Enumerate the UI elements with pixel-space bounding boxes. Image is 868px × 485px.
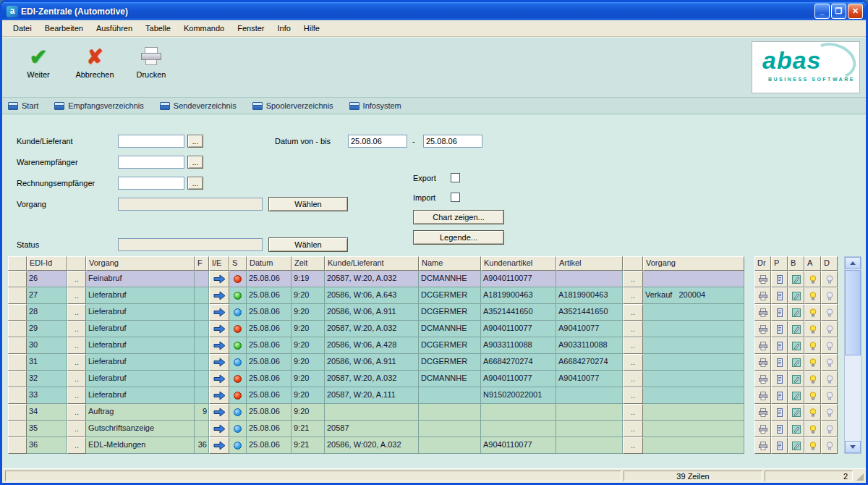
col-header-name[interactable]: Name [419,256,481,271]
scroll-down-button[interactable] [845,441,861,453]
row-protocol-button[interactable] [771,437,788,454]
row-lamp-off-button[interactable] [821,354,838,371]
row-handle[interactable] [8,371,27,387]
col-header-d[interactable]: D [821,256,838,271]
row-lamp-off-button[interactable] [821,437,838,454]
row-lamp-on-button[interactable] [804,321,821,337]
table-row[interactable]: 36 .. EDL-Meldungen 36 25.08.06 9:21 205… [8,437,838,454]
row-print-button[interactable] [754,387,771,404]
tab-spoolerverzeichnis[interactable]: Spoolerverzeichnis [252,101,333,110]
row-print-button[interactable] [754,354,771,371]
row-lamp-on-button[interactable] [804,337,821,354]
row-browse-button[interactable]: .. [67,354,86,371]
row-lamp-off-button[interactable] [821,287,838,304]
tab-start[interactable]: Start [8,101,38,110]
col-header-vorgang2[interactable]: Vorgang [643,256,744,271]
row-lamp-on-button[interactable] [804,371,821,387]
row-lamp-off-button[interactable] [821,337,838,354]
table-row[interactable]: 27 .. Lieferabruf 25.08.06 9:20 20586, W… [8,287,838,304]
row-lamp-off-button[interactable] [821,304,838,321]
vorgang-input[interactable] [118,198,263,211]
tab-sendeverzeichnis[interactable]: Sendeverzeichnis [160,101,237,110]
row-browse-button[interactable]: .. [67,437,86,454]
resize-grip[interactable] [855,471,864,481]
row-browse-button[interactable]: .. [67,304,86,321]
row-handle[interactable] [8,321,27,337]
row-browse-button[interactable]: .. [623,287,643,304]
col-header-kundenartikel[interactable]: Kundenartikel [481,256,556,271]
row-handle[interactable] [8,421,27,437]
row-protocol-button[interactable] [771,404,788,421]
vorgang-waehlen-button[interactable]: Wählen [268,197,348,211]
table-row[interactable]: 32 .. Lieferabruf 25.08.06 9:20 20587, W… [8,371,838,387]
row-browse-button[interactable]: .. [623,387,643,404]
col-header-p[interactable]: P [771,256,788,271]
row-browse-button[interactable]: .. [623,404,643,421]
row-handle[interactable] [8,404,27,421]
row-edit-button[interactable] [788,337,804,354]
row-browse-button[interactable]: .. [623,321,643,337]
col-header-zeit[interactable]: Zeit [292,256,325,271]
col-header-dr[interactable]: Dr [754,256,771,271]
table-row[interactable]: 34 .. Auftrag 9 25.08.06 9:20 .. [8,404,838,421]
col-header-a[interactable]: A [804,256,821,271]
row-browse-button[interactable]: .. [67,271,86,287]
col-header-s[interactable]: S [229,256,247,271]
datum-bis-input[interactable] [423,135,482,148]
row-edit-button[interactable] [788,387,804,404]
row-lamp-off-button[interactable] [821,371,838,387]
col-header-edi-id[interactable]: EDI-Id [27,256,67,271]
row-lamp-off-button[interactable] [821,421,838,437]
row-lamp-off-button[interactable] [821,271,838,287]
minimize-button[interactable]: _ [814,4,830,19]
drucken-button[interactable]: Drucken [125,43,177,88]
row-edit-button[interactable] [788,354,804,371]
row-print-button[interactable] [754,304,771,321]
row-edit-button[interactable] [788,321,804,337]
menu-item-tabelle[interactable]: Tabelle [139,22,177,35]
col-header-f[interactable]: F [195,256,209,271]
row-edit-button[interactable] [788,437,804,454]
row-protocol-button[interactable] [771,287,788,304]
warenempfaenger-input[interactable] [118,156,184,169]
row-lamp-on-button[interactable] [804,271,821,287]
status-waehlen-button[interactable]: Wählen [268,237,348,252]
row-browse-button[interactable]: .. [623,354,643,371]
scroll-up-button[interactable] [845,257,861,269]
kunde-lieferant-browse-button[interactable]: ... [187,135,203,148]
table-row[interactable]: 29 .. Lieferabruf 25.08.06 9:20 20587, W… [8,321,838,337]
row-handle[interactable] [8,337,27,354]
row-print-button[interactable] [754,287,771,304]
row-protocol-button[interactable] [771,337,788,354]
row-edit-button[interactable] [788,371,804,387]
row-print-button[interactable] [754,321,771,337]
kunde-lieferant-input[interactable] [118,135,184,148]
abbrechen-button[interactable]: ✘ Abbrechen [69,43,121,88]
row-print-button[interactable] [754,271,771,287]
table-row[interactable]: 33 .. Lieferabruf 25.08.06 9:20 20587, W… [8,387,838,404]
row-protocol-button[interactable] [771,354,788,371]
menu-item-hilfe[interactable]: Hilfe [297,22,326,35]
row-edit-button[interactable] [788,421,804,437]
row-browse-button[interactable]: .. [67,321,86,337]
row-lamp-on-button[interactable] [804,421,821,437]
row-print-button[interactable] [754,404,771,421]
row-protocol-button[interactable] [771,387,788,404]
rechnungsempfaenger-browse-button[interactable]: ... [187,177,203,190]
row-protocol-button[interactable] [771,321,788,337]
row-browse-button[interactable]: .. [623,337,643,354]
chart-zeigen-button[interactable]: Chart zeigen... [413,210,504,224]
datum-von-input[interactable] [348,135,407,148]
menu-item-info[interactable]: Info [271,22,297,35]
row-browse-button[interactable]: .. [623,304,643,321]
row-print-button[interactable] [754,421,771,437]
weiter-button[interactable]: ✔ Weiter [12,43,64,88]
export-checkbox[interactable] [451,173,460,182]
row-browse-button[interactable]: .. [623,371,643,387]
row-protocol-button[interactable] [771,421,788,437]
row-lamp-off-button[interactable] [821,404,838,421]
table-row[interactable]: 26 .. Feinabruf 25.08.06 9:19 20587, W:2… [8,271,838,287]
table-row[interactable]: 31 .. Lieferabruf 25.08.06 9:20 20586, W… [8,354,838,371]
row-print-button[interactable] [754,437,771,454]
row-lamp-off-button[interactable] [821,321,838,337]
